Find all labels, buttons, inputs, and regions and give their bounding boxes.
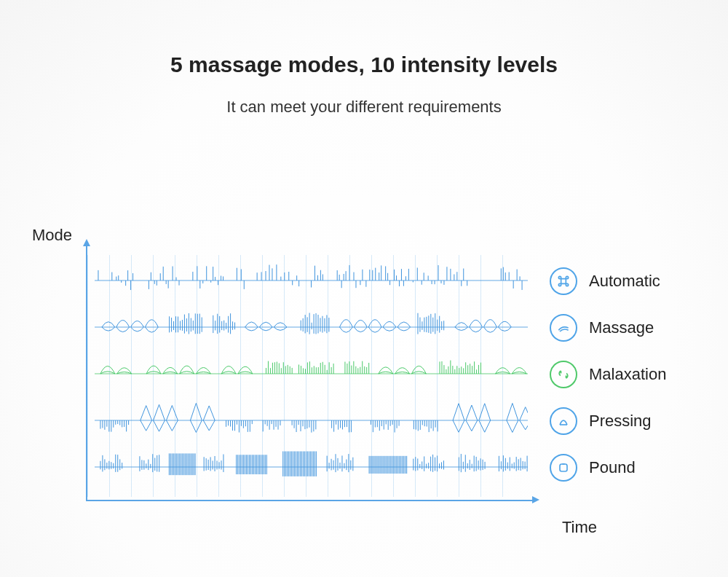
pound-icon bbox=[550, 454, 577, 482]
legend-label: Pressing bbox=[589, 412, 652, 431]
axis-y bbox=[86, 240, 87, 501]
press-icon bbox=[550, 407, 577, 435]
legend-label: Massage bbox=[589, 318, 654, 337]
legend-label: Pound bbox=[589, 458, 636, 477]
legend-automatic: Automatic bbox=[550, 267, 728, 296]
page: 5 massage modes, 10 intensity levels It … bbox=[0, 0, 728, 577]
waveform-automatic bbox=[95, 259, 528, 302]
massage-icon bbox=[550, 314, 577, 342]
legend-malaxation: Malaxation bbox=[550, 360, 728, 389]
axis-x-arrow-icon bbox=[532, 496, 539, 503]
waveform-chart: Automatic Massage Malaxation bbox=[87, 240, 641, 510]
legend-massage: Massage bbox=[550, 313, 728, 342]
waveform-pound bbox=[95, 446, 528, 488]
axis-y-arrow-icon bbox=[83, 239, 90, 246]
waveform-malaxation bbox=[95, 353, 528, 395]
legend-label: Automatic bbox=[589, 272, 660, 291]
command-icon bbox=[550, 267, 577, 295]
page-title: 5 massage modes, 10 intensity levels bbox=[0, 52, 728, 77]
legend-pressing: Pressing bbox=[550, 407, 728, 436]
hands-icon bbox=[550, 361, 577, 388]
axis-x bbox=[86, 500, 534, 501]
page-subtitle: It can meet your different requirements bbox=[0, 98, 728, 117]
svg-rect-489 bbox=[560, 464, 567, 471]
legend-label: Malaxation bbox=[589, 365, 666, 384]
waveform-massage bbox=[95, 306, 528, 348]
waveform-pressing bbox=[95, 399, 528, 441]
legend-pound: Pound bbox=[550, 453, 728, 482]
axis-label-y: Mode bbox=[32, 226, 72, 245]
axis-label-x: Time bbox=[562, 518, 597, 537]
